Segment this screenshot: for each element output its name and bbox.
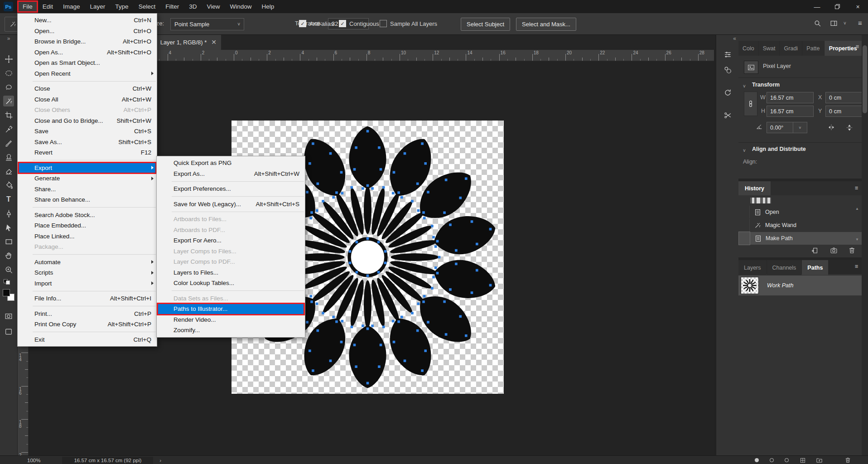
menu-file[interactable]: File — [18, 1, 38, 12]
menu-item-print-one-copy[interactable]: Print One CopyAlt+Shift+Ctrl+P — [18, 319, 157, 330]
menu-item-new[interactable]: New...Ctrl+N — [18, 15, 157, 26]
menu-item-export-preferences[interactable]: Export Preferences... — [157, 184, 305, 194]
menu-item-open-recent[interactable]: Open Recent — [18, 68, 157, 79]
history-snapshot-checkbox[interactable] — [738, 232, 750, 245]
marquee-tool[interactable] — [3, 68, 14, 78]
tab-gradi[interactable]: Gradi — [780, 41, 802, 56]
link-dimensions-icon[interactable] — [744, 92, 757, 116]
restore-button[interactable] — [827, 0, 848, 13]
zoom-tool[interactable] — [3, 264, 14, 275]
history-tab[interactable]: History — [738, 181, 771, 195]
width-field[interactable]: 16.57 cm — [767, 92, 814, 103]
menu-item-scripts[interactable]: Scripts — [18, 267, 157, 278]
menu-item-close-and-go-to-bridge[interactable]: Close and Go to Bridge...Shift+Ctrl+W — [18, 116, 157, 126]
new-document-from-state-icon[interactable] — [811, 246, 819, 254]
tab-swat[interactable]: Swat — [759, 41, 780, 56]
menu-item-open-as[interactable]: Open As...Alt+Shift+Ctrl+O — [18, 47, 157, 58]
menu-item-open[interactable]: Open...Ctrl+O — [18, 26, 157, 37]
scroll-up-icon[interactable]: ▲ — [855, 207, 859, 211]
tab-colo[interactable]: Colo — [738, 41, 758, 56]
menu-item-search-adobe-stock[interactable]: Search Adobe Stock... — [18, 210, 157, 221]
eraser-tool[interactable] — [3, 166, 14, 177]
anti-alias-checkbox[interactable]: ✓ Anti-alias — [299, 20, 333, 27]
menu-item-print[interactable]: Print...Ctrl+P — [18, 309, 157, 319]
menu-item-export-for-aero[interactable]: Export For Aero... — [157, 235, 305, 246]
select-and-mask-button[interactable]: Select and Mask... — [516, 18, 576, 31]
menu-item-zoomify[interactable]: Zoomify... — [157, 325, 305, 336]
expand-panels-icon[interactable]: « — [733, 35, 736, 42]
new-snapshot-icon[interactable] — [830, 246, 838, 254]
foreground-color-swatch[interactable] — [3, 289, 10, 296]
search-icon[interactable] — [814, 19, 821, 27]
menu-type[interactable]: Type — [110, 1, 133, 12]
tab-paths[interactable]: Paths — [802, 260, 828, 275]
panel-menu-icon[interactable]: ≡ — [855, 185, 858, 191]
chevron-down-icon[interactable]: ˅ — [844, 21, 846, 26]
tab-layers[interactable]: Layers — [738, 260, 767, 275]
menu-item-import[interactable]: Import — [18, 278, 157, 289]
hand-tool[interactable] — [3, 250, 14, 261]
path-select-tool[interactable] — [3, 222, 14, 233]
history-entry-make-path[interactable]: Make Path — [738, 232, 862, 245]
menu-item-save-for-web-legacy[interactable]: Save for Web (Legacy)...Alt+Shift+Ctrl+S — [157, 199, 305, 210]
menu-filter[interactable]: Filter — [160, 1, 184, 12]
menu-3d[interactable]: 3D — [184, 1, 202, 12]
work-path-row[interactable]: Work Path — [738, 276, 862, 295]
flip-horizontal-icon[interactable] — [827, 123, 835, 131]
menu-item-close[interactable]: CloseCtrl+W — [18, 83, 157, 94]
select-subject-button[interactable]: Select Subject — [461, 18, 510, 31]
angle-dropdown[interactable]: ˅ — [793, 122, 807, 133]
panel-layout-icon[interactable] — [830, 19, 838, 27]
menu-item-browse-in-bridge[interactable]: Browse in Bridge...Alt+Ctrl+O — [18, 36, 157, 47]
y-field[interactable]: 0 cm — [825, 106, 867, 117]
menu-item-paths-to-illustrator[interactable]: Paths to Illustrator... — [157, 304, 305, 314]
menu-item-generate[interactable]: Generate — [18, 173, 157, 184]
menu-layer[interactable]: Layer — [85, 1, 111, 12]
menu-item-automate[interactable]: Automate — [18, 257, 157, 268]
flip-vertical-icon[interactable] — [845, 123, 854, 131]
rectangle-tool[interactable] — [3, 236, 14, 247]
align-section-header[interactable]: Align and Distribute — [752, 146, 806, 152]
new-path-icon[interactable] — [816, 457, 823, 464]
menu-item-place-linked[interactable]: Place Linked... — [18, 231, 157, 242]
lasso-tool[interactable] — [3, 82, 14, 92]
tab-channels[interactable]: Channels — [767, 260, 802, 275]
height-field[interactable]: 16.57 cm — [767, 106, 814, 117]
delete-state-icon[interactable] — [848, 246, 856, 254]
workspace-menu-icon[interactable]: ≡ — [858, 19, 862, 27]
menu-item-file-info[interactable]: File Info...Alt+Shift+Ctrl+I — [18, 293, 157, 304]
stroke-path-icon[interactable] — [770, 458, 774, 462]
menu-item-quick-export-as-png[interactable]: Quick Export as PNG — [157, 158, 305, 169]
history-snapshot-checkbox[interactable] — [738, 206, 750, 218]
status-chevron-icon[interactable]: › — [159, 458, 161, 463]
delete-path-icon[interactable] — [844, 457, 851, 464]
pen-tool[interactable] — [3, 208, 14, 219]
sample-size-dropdown[interactable]: Point Sample ˅ — [170, 18, 244, 30]
panel-menu-icon[interactable]: ≡ — [855, 263, 858, 270]
menu-item-save-as[interactable]: Save As...Shift+Ctrl+S — [18, 137, 157, 148]
close-tab-icon[interactable]: ✕ — [211, 39, 217, 46]
menu-item-share[interactable]: Share... — [18, 184, 157, 195]
chevron-down-icon[interactable]: ˅ — [743, 84, 746, 89]
menu-window[interactable]: Window — [225, 1, 256, 12]
magic-wand-tool[interactable] — [3, 96, 14, 106]
menu-item-close-all[interactable]: Close AllAlt+Ctrl+W — [18, 94, 157, 105]
menu-select[interactable]: Select — [134, 1, 161, 12]
menu-item-place-embedded[interactable]: Place Embedded... — [18, 220, 157, 231]
menu-item-open-as-smart-object[interactable]: Open as Smart Object... — [18, 58, 157, 68]
collapsed-panel-rotate-icon[interactable] — [722, 87, 733, 98]
menu-item-color-lookup-tables[interactable]: Color Lookup Tables... — [157, 278, 305, 289]
transform-section-header[interactable]: Transform — [752, 82, 780, 88]
crop-tool[interactable] — [3, 110, 14, 121]
menu-item-revert[interactable]: RevertF12 — [18, 147, 157, 158]
chevron-down-icon[interactable]: ˅ — [743, 148, 746, 153]
minimize-button[interactable]: — — [807, 0, 827, 13]
collapsed-panel-scissors-icon[interactable] — [722, 110, 733, 121]
contiguous-checkbox[interactable]: ✓ Contiguous — [339, 20, 379, 27]
menu-item-save[interactable]: SaveCtrl+S — [18, 126, 157, 137]
menu-image[interactable]: Image — [58, 1, 85, 12]
paint-bucket-tool[interactable] — [3, 180, 14, 191]
collapse-toolbar-icon[interactable]: » — [0, 35, 17, 42]
menu-item-share-on-behance[interactable]: Share on Behance... — [18, 194, 157, 205]
scrollbar-thumb[interactable] — [863, 45, 867, 113]
